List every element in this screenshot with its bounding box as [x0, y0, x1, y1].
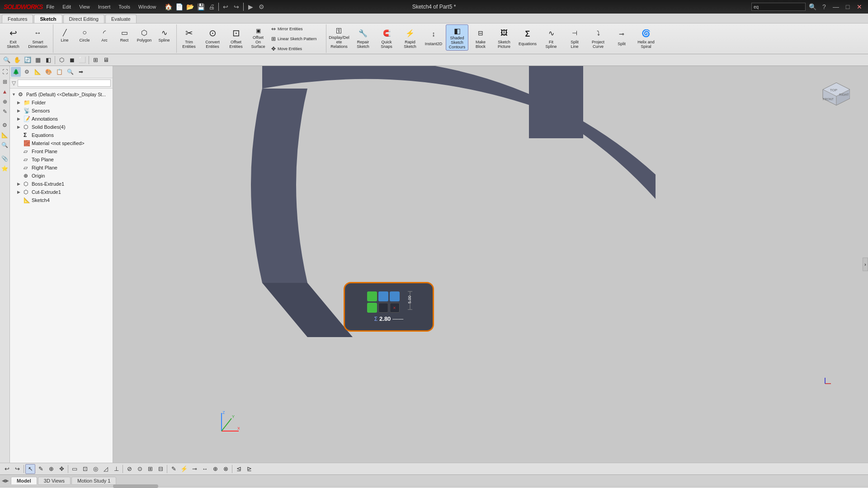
trim-entities-button[interactable]: ✂ TrimEntities — [178, 24, 200, 51]
bt-4[interactable]: ⊕ — [46, 464, 56, 474]
bt-3[interactable]: ✎ — [36, 464, 46, 474]
view-section[interactable]: ⊞ — [90, 55, 100, 65]
view-display[interactable]: 🖥 — [101, 55, 111, 65]
bt-16[interactable]: ⊸ — [189, 464, 199, 474]
left-icon-4[interactable]: ⊕ — [1, 98, 9, 106]
tree-item-cut-extrude1[interactable]: ▶ ⬡ Cut-Extrude1 — [10, 188, 113, 196]
text-button[interactable]: A Text — [95, 53, 114, 54]
split-line-button[interactable]: ⊣ SplitLine — [563, 24, 586, 51]
left-icon-9[interactable]: 📎 — [1, 155, 9, 163]
tree-item-folder[interactable]: ▶ 📁 Folder — [10, 99, 113, 107]
left-icon-3[interactable]: ▲ — [1, 88, 9, 96]
shaded-contours-button[interactable]: ◧ Shaded Sketch Contours — [446, 24, 468, 51]
toolbar-undo[interactable]: ↩ — [221, 2, 231, 12]
bt-14[interactable]: ⊟ — [156, 464, 165, 474]
ft-tab-config[interactable]: 📐 — [33, 67, 42, 77]
ft-tab-tree[interactable]: 🌲 — [11, 67, 21, 77]
helix-spiral-button[interactable]: 🌀 Helix and Spiral — [634, 24, 658, 51]
search-input[interactable] — [751, 3, 806, 11]
bt-select[interactable]: ↖ — [25, 464, 35, 474]
equations-button[interactable]: Σ Equations — [516, 24, 539, 51]
bt-7[interactable]: ⊡ — [80, 464, 90, 474]
menu-insert[interactable]: Insert — [94, 3, 114, 11]
ft-tab-search[interactable]: 🔍 — [65, 67, 75, 77]
left-icon-8[interactable]: 🔍 — [1, 141, 9, 149]
tree-filter-input[interactable] — [18, 80, 111, 87]
left-icon-5[interactable]: ✎ — [1, 108, 9, 116]
tree-item-sensors[interactable]: ▶ 📡 Sensors — [10, 107, 113, 115]
tab-sketch[interactable]: Sketch — [34, 14, 62, 23]
view-btn-3[interactable]: 🔄 — [23, 55, 33, 65]
tab-nav-right[interactable]: ▶ — [5, 478, 9, 483]
tree-item-material[interactable]: 🧱 Material <not specified> — [10, 139, 113, 147]
offset-entities-button[interactable]: ⊡ OffsetEntities — [225, 24, 247, 51]
tree-item-root[interactable]: ▼ ⚙ Part5 (Default) <<Default>_Display S… — [10, 90, 113, 99]
bt-6[interactable]: ▭ — [70, 464, 80, 474]
bt-8[interactable]: ◎ — [90, 464, 100, 474]
view-wireframe[interactable]: ⬡ — [57, 55, 66, 65]
quick-snaps-button[interactable]: 🧲 QuickSnaps — [375, 24, 398, 51]
offset-surface-button[interactable]: ▣ Offset On Surface — [248, 24, 268, 51]
spline-button[interactable]: ∿ Spline — [155, 25, 174, 52]
toolbar-new[interactable]: 📄 — [174, 2, 184, 12]
view-btn-1[interactable]: 🔍 — [2, 55, 12, 65]
menu-tools[interactable]: Tools — [115, 3, 134, 11]
linear-pattern-button[interactable]: ⊞ Linear Sketch Pattern — [269, 34, 323, 43]
bt-1[interactable]: ↩ — [2, 464, 12, 474]
view-btn-2[interactable]: ✋ — [12, 55, 22, 65]
smart-dimension-button[interactable]: ↔ SmartDimension — [25, 24, 50, 51]
view-hidden[interactable]: ⬜ — [77, 55, 87, 65]
toolbar-save[interactable]: 💾 — [196, 2, 206, 12]
make-block-button[interactable]: ⊟ MakeBlock — [469, 24, 492, 51]
ft-tab-custom[interactable]: 📋 — [54, 67, 64, 77]
panel-collapse-arrow[interactable]: › — [863, 258, 868, 271]
bt-snap[interactable]: ⚡ — [179, 464, 189, 474]
exit-sketch-button[interactable]: ↩ ExitSketch — [2, 24, 24, 51]
view-btn-4[interactable]: ▦ — [33, 55, 43, 65]
close-button[interactable]: ✕ — [854, 2, 864, 12]
tree-item-boss-extrude1[interactable]: ▶ ⬡ Boss-Extrude1 — [10, 180, 113, 188]
tree-item-right-plane[interactable]: ▱ Right Plane — [10, 164, 113, 172]
help-button[interactable]: ? — [819, 2, 829, 12]
menu-file[interactable]: File — [42, 3, 58, 11]
ft-tab-arrow[interactable]: ➡ — [76, 67, 86, 77]
left-icon-10[interactable]: ⭐ — [1, 164, 9, 173]
tree-item-annotations[interactable]: ▶ 📝 Annotations — [10, 115, 113, 123]
bt-12[interactable]: ⊙ — [135, 464, 145, 474]
toolbar-print[interactable]: 🖨 — [207, 2, 217, 12]
viewport[interactable]: 5.00 × Σ 2.80 —— — [113, 66, 868, 463]
view-shaded[interactable]: ◼ — [67, 55, 77, 65]
bt-10[interactable]: ⊥ — [111, 464, 121, 474]
bt-9[interactable]: ◿ — [101, 464, 111, 474]
tree-item-front-plane[interactable]: ▱ Front Plane — [10, 147, 113, 155]
bt-13[interactable]: ⊞ — [145, 464, 155, 474]
left-icon-6[interactable]: ⚙ — [1, 121, 9, 129]
tree-item-equations[interactable]: Σ Equations — [10, 131, 113, 139]
polygon-button[interactable]: ⬡ Polygon — [135, 25, 154, 52]
toolbar-home[interactable]: 🏠 — [163, 2, 173, 12]
sketch-popup[interactable]: 5.00 × Σ 2.80 —— — [344, 282, 434, 332]
tab-model[interactable]: Model — [11, 477, 37, 484]
toolbar-options[interactable]: ▶ — [245, 2, 255, 12]
maximize-button[interactable]: □ — [843, 2, 853, 12]
search-button[interactable]: 🔍 — [807, 2, 817, 12]
rapid-sketch-button[interactable]: ⚡ RapidSketch — [399, 24, 421, 51]
h-scroll-thumb[interactable] — [113, 484, 158, 488]
bt-21[interactable]: ⊵ — [244, 464, 254, 474]
bt-11[interactable]: ⊘ — [124, 464, 134, 474]
left-icon-2[interactable]: ⊞ — [1, 78, 9, 86]
split-button[interactable]: ⊸ Split — [610, 24, 633, 51]
bt-19[interactable]: ⊗ — [221, 464, 231, 474]
point-button[interactable]: • Point — [55, 53, 74, 54]
repair-sketch-button[interactable]: 🔧 RepairSketch — [352, 24, 374, 51]
toolbar-open[interactable]: 📂 — [185, 2, 195, 12]
display-delete-button[interactable]: ⚿ Display/Delete Relations — [327, 24, 351, 51]
convert-entities-button[interactable]: ⊙ ConvertEntities — [201, 24, 224, 51]
rect-button[interactable]: ▭ Rect — [115, 25, 134, 52]
bt-2[interactable]: ↪ — [12, 464, 22, 474]
tree-item-solid-bodies[interactable]: ▶ ⬡ Solid Bodies(4) — [10, 123, 113, 131]
toolbar-redo[interactable]: ↪ — [231, 2, 241, 12]
menu-view[interactable]: View — [75, 3, 94, 11]
bt-18[interactable]: ⊕ — [210, 464, 220, 474]
tree-item-origin[interactable]: ⊕ Origin — [10, 172, 113, 180]
